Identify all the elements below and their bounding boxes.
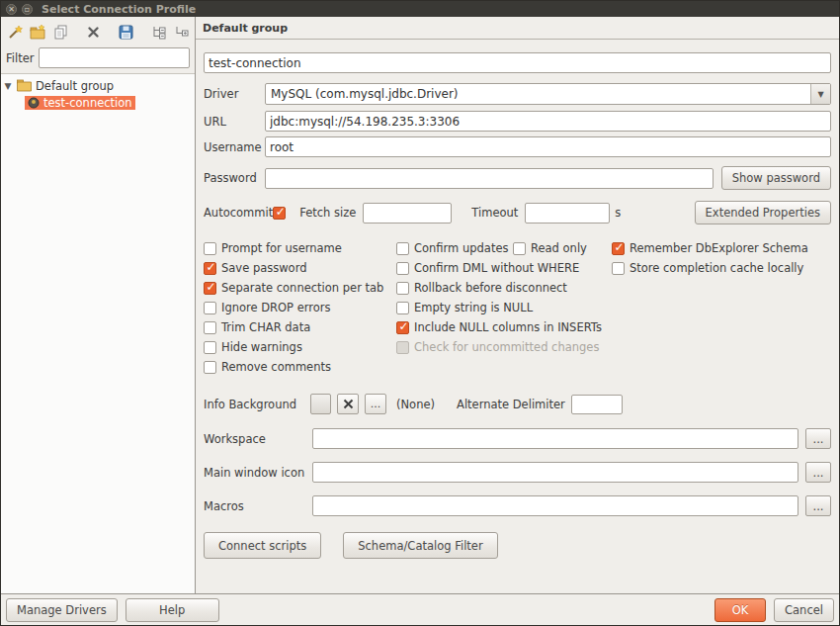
timeout-input[interactable] — [525, 203, 610, 224]
chevron-down-icon[interactable]: ▼ — [810, 84, 830, 104]
profile-name-input[interactable] — [204, 52, 831, 73]
options-grid: Prompt for username Confirm updates Read… — [204, 241, 831, 374]
alternate-delimiter-label: Alternate Delimiter — [457, 398, 565, 411]
checkbox-separate-connection-per-tab[interactable]: Separate connection per tab — [204, 281, 396, 295]
checkbox-confirm-updates[interactable]: Confirm updates — [396, 241, 513, 255]
tree-expander-icon[interactable]: ▼ — [3, 81, 13, 91]
dialog-body: Filter ▼ Default group — [1, 17, 839, 593]
checkbox-box — [396, 242, 409, 255]
driver-value: MySQL (com.mysql.jdbc.Driver) — [266, 87, 810, 101]
checkbox-label: Confirm DML without WHERE — [414, 261, 579, 275]
checkbox-empty-string-is-null[interactable]: Empty string is NULL — [396, 301, 612, 314]
checkbox-box — [204, 341, 216, 354]
url-label: URL — [204, 115, 265, 129]
checkbox-rollback-before-disconnect[interactable]: Rollback before disconnect — [396, 281, 612, 295]
driver-combobox[interactable]: MySQL (com.mysql.jdbc.Driver) ▼ — [265, 83, 831, 105]
copy-profile-icon — [52, 24, 69, 41]
checkbox-box — [204, 302, 216, 314]
checkbox-read-only[interactable]: Read only — [513, 241, 612, 255]
checkbox-label: Check for uncommitted changes — [414, 340, 599, 354]
autocommit-label: Autocommit — [204, 206, 273, 220]
checkbox-label: Hide warnings — [221, 340, 302, 354]
checkbox-box — [513, 242, 526, 255]
checkbox-prompt-for-username[interactable]: Prompt for username — [204, 241, 396, 255]
url-input[interactable] — [265, 111, 831, 132]
window-minimize-icon[interactable]: ▫ — [22, 4, 33, 15]
checkbox-label: Store completion cache locally — [630, 261, 803, 275]
info-background-swatch-button[interactable] — [310, 394, 331, 414]
checkbox-label: Remove comments — [221, 360, 331, 374]
checkbox-box — [396, 302, 409, 314]
workspace-input[interactable] — [312, 428, 798, 449]
help-button[interactable]: Help — [126, 598, 219, 622]
clear-color-button[interactable] — [337, 394, 359, 414]
window-close-icon[interactable]: ✕ — [6, 4, 17, 15]
fetch-size-label: Fetch size — [299, 206, 356, 220]
checkbox-save-password[interactable]: Save password — [204, 261, 396, 275]
checkbox-box — [612, 262, 625, 275]
checkbox-include-null-columns-in-inserts[interactable]: Include NULL columns in INSERTs — [396, 320, 612, 334]
cancel-button[interactable]: Cancel — [774, 598, 834, 622]
manage-drivers-button[interactable]: Manage Drivers — [6, 598, 118, 622]
profile-toolbar — [1, 17, 195, 45]
checkbox-box — [612, 242, 625, 255]
checkbox-label: Save password — [221, 261, 306, 275]
checkbox-label: Remember DbExplorer Schema — [630, 241, 808, 255]
profile-icon — [28, 97, 40, 109]
autocommit-checkbox[interactable] — [273, 207, 286, 220]
save-profiles-button[interactable] — [117, 22, 135, 42]
connect-scripts-button[interactable]: Connect scripts — [204, 532, 321, 559]
new-profile-icon — [7, 24, 24, 41]
checkbox-label: Trim CHAR data — [221, 320, 310, 334]
ok-button[interactable]: OK — [714, 598, 766, 622]
checkbox-trim-char-data[interactable]: Trim CHAR data — [204, 320, 396, 334]
tree-item-test-connection[interactable]: test-connection — [3, 94, 193, 111]
driver-label: Driver — [204, 87, 265, 101]
schema-catalog-filter-button[interactable]: Schema/Catalog Filter — [343, 532, 497, 559]
timeout-label: Timeout — [471, 206, 518, 220]
tree-group-default-group[interactable]: ▼ Default group — [3, 77, 193, 94]
window-title: Select Connection Profile — [42, 3, 196, 16]
filter-label: Filter — [6, 51, 34, 65]
extended-properties-button[interactable]: Extended Properties — [695, 201, 831, 224]
profile-tree: ▼ Default group — [1, 73, 195, 593]
workspace-browse-button[interactable]: ... — [805, 428, 831, 449]
fetch-size-input[interactable] — [363, 203, 452, 224]
delete-profile-button[interactable] — [84, 22, 103, 42]
expand-all-button[interactable] — [149, 22, 168, 42]
titlebar: ✕ ▫ Select Connection Profile — [1, 1, 839, 17]
macros-input[interactable] — [312, 495, 798, 516]
password-input[interactable] — [265, 168, 714, 189]
main-window-icon-input[interactable] — [312, 462, 798, 483]
macros-label: Macros — [204, 499, 312, 513]
username-label: Username — [204, 140, 265, 154]
checkbox-store-completion-cache[interactable]: Store completion cache locally — [612, 261, 831, 275]
collapse-all-button[interactable] — [172, 22, 191, 42]
profile-editor-panel: Default group Driver MySQL (com.mysql.jd… — [196, 17, 839, 593]
username-input[interactable] — [265, 136, 831, 157]
checkbox-ignore-drop-errors[interactable]: Ignore DROP errors — [204, 301, 396, 314]
show-password-button[interactable]: Show password — [721, 166, 831, 190]
alternate-delimiter-input[interactable] — [571, 395, 623, 414]
checkbox-box — [204, 262, 216, 275]
autocommit-checkbox-box — [273, 207, 286, 220]
new-profile-button[interactable] — [6, 22, 25, 42]
pick-color-button[interactable]: ... — [365, 394, 386, 414]
main-window-icon-browse-button[interactable]: ... — [805, 462, 831, 483]
filter-input[interactable] — [39, 47, 190, 68]
save-icon — [118, 24, 134, 41]
checkbox-confirm-dml-without-where[interactable]: Confirm DML without WHERE — [396, 261, 612, 275]
new-group-icon — [30, 24, 46, 41]
profile-list-panel: Filter ▼ Default group — [1, 17, 196, 593]
timeout-unit: s — [615, 206, 621, 220]
info-background-value: (None) — [396, 398, 435, 411]
checkbox-remove-comments[interactable]: Remove comments — [204, 360, 396, 374]
scripts-row: Connect scripts Schema/Catalog Filter — [204, 532, 831, 559]
copy-profile-button[interactable] — [51, 22, 70, 42]
password-label: Password — [204, 171, 265, 185]
checkbox-hide-warnings[interactable]: Hide warnings — [204, 340, 396, 354]
checkbox-remember-dbexplorer-schema[interactable]: Remember DbExplorer Schema — [612, 241, 831, 255]
connection-profile-dialog: ✕ ▫ Select Connection Profile — [0, 0, 840, 626]
new-group-button[interactable] — [29, 22, 47, 42]
macros-browse-button[interactable]: ... — [805, 495, 831, 516]
